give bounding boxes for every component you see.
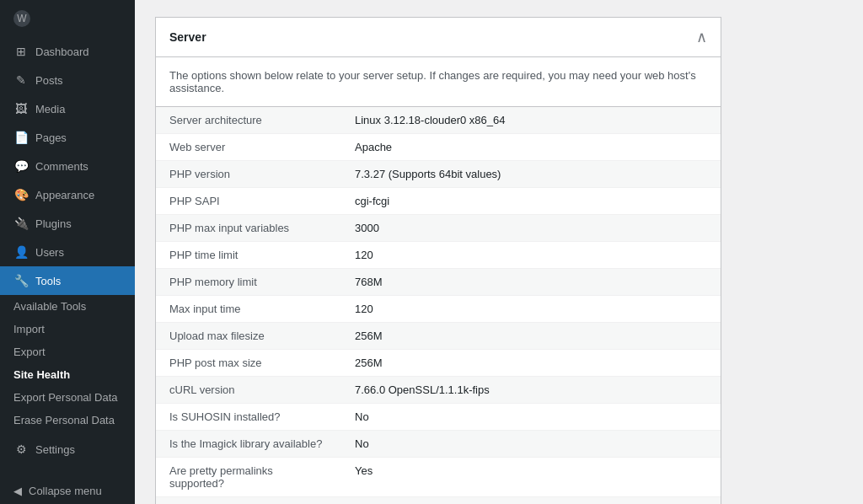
table-row: Is the Imagick library available? No [156,431,721,458]
server-section-header: Server ∧ [156,18,721,57]
row-value: 256M [341,350,721,377]
server-section: Server ∧ The options shown below relate … [155,17,721,504]
sidebar-item-plugins[interactable]: 🔌 Plugins [0,209,135,238]
site-logo: W [0,0,135,37]
sidebar-item-appearance[interactable]: 🎨 Appearance [0,180,135,209]
sidebar-item-label: Settings [35,443,75,456]
row-value: 120 [341,242,721,269]
sidebar-item-users[interactable]: 👤 Users [0,238,135,266]
table-row: Web server Apache [156,134,721,161]
row-label: PHP time limit [156,242,341,269]
table-row: PHP max input variables 3000 [156,215,721,242]
dashboard-icon: ⊞ [13,44,29,59]
plugins-icon: 🔌 [13,216,29,231]
row-label: Server architecture [156,107,341,134]
server-section-toggle[interactable]: ∧ [696,29,707,45]
submenu-export[interactable]: Export [0,340,135,363]
tools-icon: 🔧 [13,273,29,288]
row-label: Are pretty permalinks supported? [156,458,341,497]
table-row: Server architecture Linux 3.12.18-cloude… [156,107,721,134]
row-value: No [341,431,721,458]
sidebar: W ⊞ Dashboard ✎ Posts 🖼 Media 📄 Pages 💬 … [0,0,135,504]
table-row: Upload max filesize 256M [156,323,721,350]
row-value: Linux 3.12.18-clouder0 x86_64 [341,107,721,134]
sidebar-item-label: Comments [35,160,88,173]
row-label: Web server [156,134,341,161]
table-row: Max input time 120 [156,296,721,323]
table-row: PHP version 7.3.27 (Supports 64bit value… [156,161,721,188]
table-row: Is SUHOSIN installed? No [156,404,721,431]
posts-icon: ✎ [13,72,29,88]
row-label: cURL version [156,377,341,404]
server-section-title: Server [169,30,206,44]
row-label: Is SUHOSIN installed? [156,404,341,431]
row-label: PHP SAPI [156,188,341,215]
users-icon: 👤 [13,244,29,260]
sidebar-item-pages[interactable]: 📄 Pages [0,123,135,152]
row-label: PHP memory limit [156,269,341,296]
row-value: 768M [341,269,721,296]
row-label: Is the Imagick library available? [156,431,341,458]
row-value: cgi-fcgi [341,188,721,215]
sidebar-item-dashboard[interactable]: ⊞ Dashboard [0,37,135,66]
wordpress-logo-icon: W [13,10,30,27]
settings-icon: ⚙ [13,442,29,457]
collapse-menu[interactable]: ◀ Collapse menu [0,478,135,504]
sidebar-item-label: Dashboard [35,46,89,58]
row-label: Upload max filesize [156,323,341,350]
submenu-site-health[interactable]: Site Health [0,363,135,386]
table-row: PHP SAPI cgi-fcgi [156,188,721,215]
sidebar-item-label: Media [35,103,65,115]
sidebar-item-tools[interactable]: 🔧 Tools [0,266,135,295]
sidebar-item-label: Plugins [35,217,72,230]
sidebar-item-label: Users [35,246,64,259]
sidebar-item-media[interactable]: 🖼 Media [0,94,135,123]
pages-icon: 📄 [13,130,29,145]
row-label: PHP post max size [156,350,341,377]
row-label: Max input time [156,296,341,323]
row-value: Yes [341,458,721,497]
row-value: Apache [341,134,721,161]
sidebar-item-settings[interactable]: ⚙ Settings [0,435,135,464]
sidebar-item-posts[interactable]: ✎ Posts [0,66,135,94]
table-row: PHP time limit 120 [156,242,721,269]
table-row: PHP post max size 256M [156,350,721,377]
row-value: Custom rules have been added to your .ht… [341,497,721,505]
row-value: 3000 [341,215,721,242]
table-row: .htaccess rules Custom rules have been a… [156,497,721,505]
row-value: 7.3.27 (Supports 64bit values) [341,161,721,188]
sidebar-item-comments[interactable]: 💬 Comments [0,152,135,180]
row-value: 120 [341,296,721,323]
table-row: PHP memory limit 768M [156,269,721,296]
collapse-icon: ◀ [13,485,22,497]
submenu-export-personal-data[interactable]: Export Personal Data [0,386,135,409]
appearance-icon: 🎨 [13,187,29,202]
submenu-available-tools[interactable]: Available Tools [0,295,135,318]
site-health-content: Server ∧ The options shown below relate … [135,0,742,504]
collapse-label: Collapse menu [29,485,102,497]
sidebar-item-label: Pages [35,131,67,144]
row-value: 256M [341,323,721,350]
table-row: Are pretty permalinks supported? Yes [156,458,721,497]
server-section-description: The options shown below relate to your s… [156,57,721,107]
row-value: No [341,404,721,431]
server-info-table: Server architecture Linux 3.12.18-cloude… [156,107,721,504]
sidebar-item-label: Posts [35,74,63,87]
table-row: cURL version 7.66.0 OpenSSL/1.1.1k-fips [156,377,721,404]
row-label: .htaccess rules [156,497,341,505]
tools-submenu: Available Tools Import Export Site Healt… [0,295,135,432]
submenu-import[interactable]: Import [0,318,135,340]
sidebar-item-label: Appearance [35,189,94,201]
sidebar-item-label: Tools [35,275,61,287]
comments-icon: 💬 [13,158,29,174]
submenu-erase-personal-data[interactable]: Erase Personal Data [0,409,135,432]
row-label: PHP max input variables [156,215,341,242]
row-value: 7.66.0 OpenSSL/1.1.1k-fips [341,377,721,404]
row-label: PHP version [156,161,341,188]
media-icon: 🖼 [13,101,29,116]
main-content: Server ∧ The options shown below relate … [135,0,863,504]
